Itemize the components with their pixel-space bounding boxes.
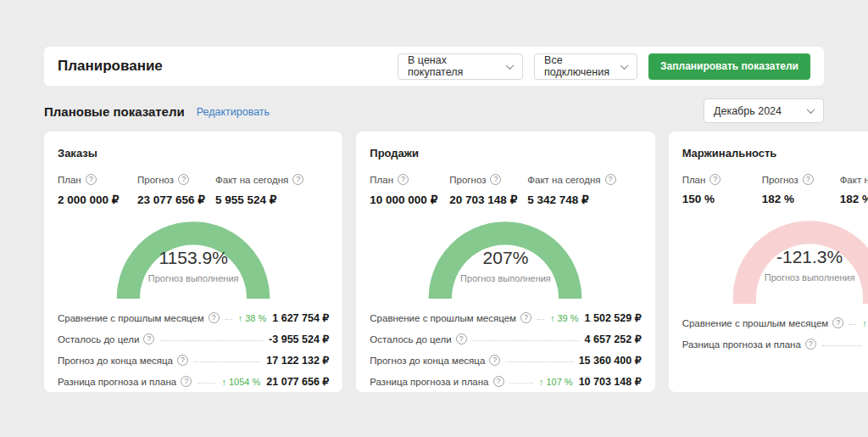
card-marginality: Маржинальность План? Прогноз? Факт на се…: [669, 132, 868, 392]
metric-value: 17 122 132 ₽: [266, 354, 329, 367]
gauge-value: 207%: [370, 248, 641, 268]
fact-label: Факт на сегодня?: [527, 174, 641, 185]
card-sales: Продажи План? Прогноз? Факт на сегодня? …: [356, 132, 654, 392]
dotted-leader: [849, 324, 856, 325]
stats-row: План? Прогноз? Факт на сегодня? 10 000 0…: [370, 174, 641, 206]
trend-delta: ↑ 1054 %: [221, 377, 260, 387]
price-mode-select[interactable]: В ценах покупателя: [398, 53, 523, 80]
connections-select[interactable]: Все подключения: [534, 53, 637, 80]
help-icon[interactable]: ?: [209, 312, 220, 323]
metric-row: Разница прогноза и плана? ↓ 221 % 332 %: [682, 333, 868, 355]
edit-link[interactable]: Редактировать: [197, 106, 270, 118]
metric-label: Разница прогноза и плана?: [370, 376, 504, 387]
dotted-leader: [225, 319, 232, 320]
price-mode-value: В ценах покупателя: [408, 54, 500, 78]
trend-delta: ↑ 38 %: [238, 313, 267, 323]
metric-rows: Сравнение с прошлым месяцем? ↑ 2500 % 17…: [682, 312, 868, 355]
arrow-up-icon: ↑: [550, 313, 555, 323]
metric-label: Осталось до цели?: [370, 333, 466, 345]
help-icon[interactable]: ?: [181, 376, 192, 387]
forecast-value: 20 703 148 ₽: [449, 193, 527, 206]
forecast-value: 182 %: [762, 193, 840, 205]
section-title: Плановые показатели: [44, 104, 185, 119]
metric-row: Осталось до цели? -3 955 524 ₽: [58, 328, 329, 350]
forecast-gauge: 207% Прогноз выполнения: [370, 220, 641, 299]
gauge-arc: [744, 233, 868, 304]
help-icon[interactable]: ?: [292, 174, 303, 185]
plan-metrics-button[interactable]: Запланировать показатели: [648, 53, 810, 80]
metric-label: Разница прогноза и плана?: [682, 339, 816, 350]
metric-cards: Заказы План? Прогноз? Факт на сегодня? 2…: [44, 132, 824, 392]
dotted-leader: [194, 361, 260, 362]
help-icon[interactable]: ?: [805, 339, 816, 350]
plan-label: План?: [58, 174, 137, 185]
arrow-up-icon: ↑: [238, 313, 243, 323]
help-icon[interactable]: ?: [143, 333, 154, 345]
help-icon[interactable]: ?: [398, 174, 409, 185]
plan-value: 150 %: [682, 193, 762, 205]
dotted-leader: [473, 340, 579, 341]
stats-row: План? Прогноз? Факт на сегодня? 2 000 00…: [58, 174, 329, 206]
forecast-value: 23 077 656 ₽: [137, 193, 215, 206]
gauge-caption: Прогноз выполнения: [682, 272, 868, 283]
dotted-leader: [506, 361, 572, 362]
help-icon[interactable]: ?: [86, 174, 97, 185]
chevron-down-icon: [807, 105, 815, 114]
help-icon[interactable]: ?: [456, 333, 467, 345]
metric-label: Сравнение с прошлым месяцем?: [682, 317, 844, 328]
metric-value: 4 657 252 ₽: [585, 333, 642, 345]
fact-label: Факт на сегодня?: [215, 174, 329, 185]
help-icon[interactable]: ?: [489, 355, 500, 366]
help-icon[interactable]: ?: [178, 174, 189, 185]
help-icon[interactable]: ?: [177, 355, 188, 366]
forecast-label: Прогноз?: [137, 174, 215, 185]
dotted-leader: [160, 340, 263, 341]
dotted-leader: [822, 345, 862, 346]
top-bar: Планирование В ценах покупателя Все подк…: [44, 47, 824, 86]
forecast-label: Прогноз?: [449, 174, 527, 185]
gauge-value: -121.3%: [682, 247, 868, 267]
plan-label: План?: [682, 174, 762, 185]
metric-label: Прогноз до конца месяца?: [370, 355, 500, 366]
metric-row: Сравнение с прошлым месяцем? ↑ 38 % 1 62…: [58, 307, 329, 328]
metric-label: Прогноз до конца месяца?: [58, 355, 188, 366]
help-icon[interactable]: ?: [605, 174, 616, 185]
fact-value: 182 %: [840, 193, 868, 205]
metric-row: Осталось до цели? 4 657 252 ₽: [370, 328, 641, 350]
help-icon[interactable]: ?: [490, 174, 501, 185]
dotted-leader: [198, 383, 215, 384]
card-title: Продажи: [370, 147, 641, 160]
fact-label: Факт на сегодня?: [840, 174, 868, 185]
month-select-value: Декабрь 2024: [714, 105, 782, 117]
fact-value: 5 955 524 ₽: [215, 193, 329, 206]
card-title: Заказы: [58, 147, 329, 160]
plan-label: План?: [370, 174, 449, 185]
dotted-leader: [537, 319, 544, 320]
metric-row: Разница прогноза и плана? ↑ 1054 % 21 07…: [58, 371, 329, 392]
plan-value: 10 000 000 ₽: [370, 193, 449, 206]
metric-value: -3 955 524 ₽: [269, 333, 329, 345]
metric-value: 10 703 148 ₽: [579, 375, 642, 388]
section-header: Плановые показатели Редактировать: [44, 104, 270, 119]
metric-row: Сравнение с прошлым месяцем? ↑ 2500 % 17…: [682, 312, 868, 333]
help-icon[interactable]: ?: [803, 174, 814, 185]
metric-rows: Сравнение с прошлым месяцем? ↑ 39 % 1 50…: [370, 307, 641, 392]
chevron-down-icon: [620, 61, 629, 70]
help-icon[interactable]: ?: [493, 376, 504, 387]
metric-value: 1 502 529 ₽: [585, 311, 642, 324]
month-select[interactable]: Декабрь 2024: [704, 98, 824, 123]
metric-label: Сравнение с прошлым месяцем?: [370, 312, 531, 323]
metric-value: 15 360 400 ₽: [579, 354, 642, 367]
help-icon[interactable]: ?: [832, 317, 843, 328]
gauge-caption: Прогноз выполнения: [370, 273, 641, 283]
help-icon[interactable]: ?: [709, 174, 721, 185]
help-icon[interactable]: ?: [520, 312, 531, 323]
gauge-caption: Прогноз выполнения: [58, 273, 329, 283]
fact-value: 5 342 748 ₽: [527, 193, 641, 206]
dotted-leader: [510, 383, 533, 384]
trend-delta: ↑ 39 %: [550, 313, 579, 323]
metric-row: Разница прогноза и плана? ↑ 107 % 10 703…: [370, 371, 641, 392]
metric-row: Прогноз до конца месяца? 15 360 400 ₽: [370, 350, 641, 371]
metric-value: 21 077 656 ₽: [266, 375, 329, 388]
arrow-up-icon: ↑: [862, 318, 867, 328]
